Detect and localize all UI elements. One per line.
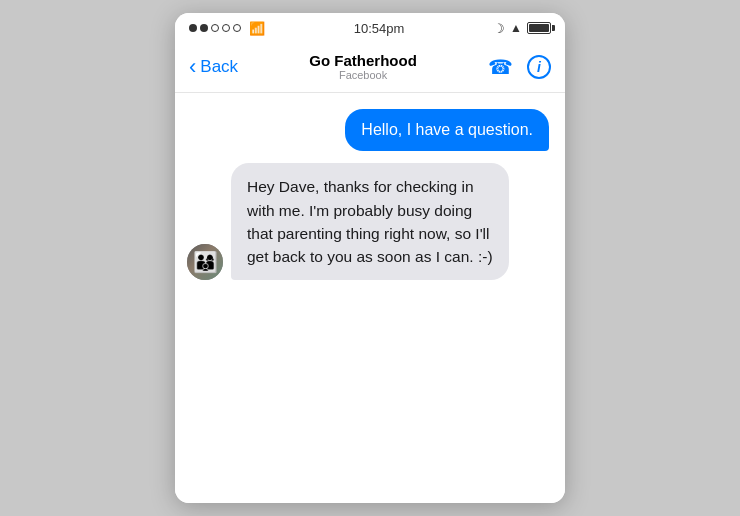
nav-title-main: Go Fatherhood [238,52,488,69]
status-right: ☽ ▲ [493,21,551,36]
back-chevron-icon: ‹ [189,56,196,78]
bubble-received-1: Hey Dave, thanks for checking in with me… [231,163,509,280]
battery-icon [527,22,551,34]
message-received-1: Hey Dave, thanks for checking in with me… [187,163,553,280]
signal-dot-2 [200,24,208,32]
nav-title: Go Fatherhood Facebook [238,52,488,81]
back-label: Back [200,57,238,77]
phone-frame: 📶 10:54pm ☽ ▲ ‹ Back Go Fatherhood Faceb… [175,13,565,503]
crescent-icon: ☽ [493,21,505,36]
signal-dot-3 [211,24,219,32]
nav-actions: ☎ i [488,55,551,79]
back-button[interactable]: ‹ Back [189,56,238,78]
location-icon: ▲ [510,21,522,35]
bubble-sent-1: Hello, I have a question. [345,109,549,151]
status-bar: 📶 10:54pm ☽ ▲ [175,13,565,41]
nav-title-sub: Facebook [238,69,488,81]
signal-dot-4 [222,24,230,32]
message-sent-1: Hello, I have a question. [187,109,553,151]
signal-dot-5 [233,24,241,32]
wifi-icon: 📶 [249,21,265,36]
status-left: 📶 [189,21,265,36]
battery-fill [529,24,549,32]
signal-dots [189,24,241,32]
messages-area: Hello, I have a question. Hey Dave, than… [175,93,565,503]
avatar [187,244,223,280]
avatar-image [187,244,223,280]
nav-bar: ‹ Back Go Fatherhood Facebook ☎ i [175,41,565,93]
info-button[interactable]: i [527,55,551,79]
info-icon-label: i [537,59,541,75]
signal-dot-1 [189,24,197,32]
status-time: 10:54pm [354,21,405,36]
phone-icon[interactable]: ☎ [488,55,513,79]
